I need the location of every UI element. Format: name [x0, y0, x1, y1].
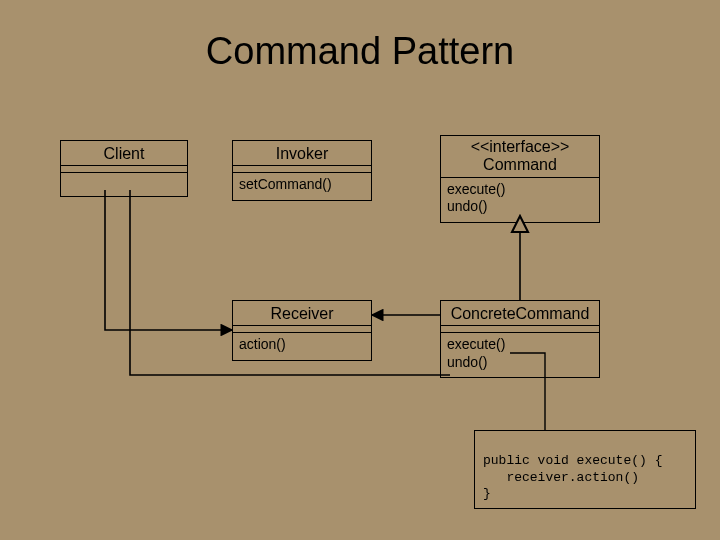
uml-client-title: Client [61, 141, 187, 166]
uml-receiver-body: action() [233, 333, 371, 360]
uml-command-body: execute() undo() [441, 178, 599, 222]
uml-client-empty [61, 166, 187, 173]
code-note-line1: public void execute() { [483, 453, 662, 468]
code-note-line3: } [483, 486, 491, 501]
uml-command-title: <<interface>> Command [441, 136, 599, 178]
uml-command-name: Command [441, 156, 599, 174]
uml-concrete-method-undo: undo() [447, 354, 593, 372]
uml-concrete-command: ConcreteCommand execute() undo() [440, 300, 600, 378]
uml-invoker-empty [233, 166, 371, 173]
code-note: public void execute() { receiver.action(… [474, 430, 696, 509]
code-note-line2: receiver.action() [483, 470, 639, 485]
uml-command-stereotype: <<interface>> [441, 138, 599, 156]
arrow-client-to-receiver [105, 190, 232, 330]
uml-concrete-empty [441, 326, 599, 333]
uml-concrete-body: execute() undo() [441, 333, 599, 377]
uml-command-method-execute: execute() [447, 181, 593, 199]
page-title: Command Pattern [0, 30, 720, 73]
uml-client-body [61, 173, 187, 196]
uml-receiver: Receiver action() [232, 300, 372, 361]
uml-command-method-undo: undo() [447, 198, 593, 216]
uml-client: Client [60, 140, 188, 197]
uml-concrete-title: ConcreteCommand [441, 301, 599, 326]
uml-receiver-empty [233, 326, 371, 333]
uml-invoker: Invoker setCommand() [232, 140, 372, 201]
uml-receiver-title: Receiver [233, 301, 371, 326]
uml-concrete-method-execute: execute() [447, 336, 593, 354]
uml-command: <<interface>> Command execute() undo() [440, 135, 600, 223]
uml-invoker-body: setCommand() [233, 173, 371, 200]
uml-invoker-title: Invoker [233, 141, 371, 166]
